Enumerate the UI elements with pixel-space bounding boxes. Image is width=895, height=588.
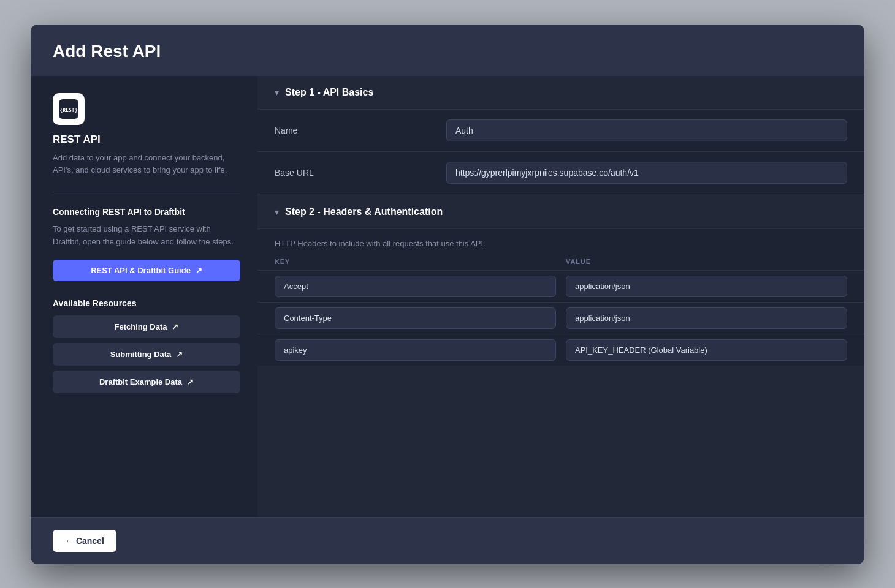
- step1-content: Name Base URL: [257, 110, 864, 194]
- left-panel: {REST} REST API Add data to your app and…: [31, 76, 257, 517]
- header-row-1: [257, 270, 864, 302]
- step1-chevron-icon: ▾: [275, 88, 279, 97]
- cancel-button[interactable]: ← Cancel: [53, 530, 116, 552]
- guide-button[interactable]: REST API & Draftbit Guide ↗: [53, 260, 240, 281]
- service-desc: Add data to your app and connect your ba…: [53, 152, 240, 178]
- guide-button-label: REST API & Draftbit Guide: [91, 266, 191, 275]
- headers-col-header: KEY VALUE: [257, 253, 864, 270]
- example-data-button[interactable]: Draftbit Example Data ↗: [53, 371, 240, 393]
- header-value-1[interactable]: [566, 276, 847, 297]
- fetching-data-button[interactable]: Fetching Data ↗: [53, 315, 240, 338]
- svg-text:{REST}: {REST}: [60, 108, 78, 113]
- example-data-label: Draftbit Example Data: [99, 377, 182, 386]
- external-link-icon-submitting: ↗: [176, 350, 183, 359]
- col-key-label: KEY: [275, 258, 556, 265]
- header-value-3[interactable]: [566, 339, 847, 361]
- fetching-data-label: Fetching Data: [115, 322, 167, 331]
- base-url-row: Base URL: [257, 152, 864, 194]
- header-row-3: [257, 334, 864, 366]
- resources-title: Available Resources: [53, 298, 240, 308]
- divider: [53, 192, 240, 192]
- cancel-label: ← Cancel: [65, 536, 104, 546]
- step2-description: HTTP Headers to include with all request…: [257, 229, 864, 253]
- step2-chevron-icon: ▾: [275, 207, 279, 217]
- external-link-icon: ↗: [196, 266, 202, 275]
- header-row-2: [257, 302, 864, 334]
- base-url-input[interactable]: [446, 162, 847, 184]
- guide-section-title: Connecting REST API to Draftbit: [53, 207, 240, 217]
- modal-body: {REST} REST API Add data to your app and…: [31, 76, 864, 517]
- header-key-3[interactable]: [275, 339, 556, 361]
- step1-header[interactable]: ▾ Step 1 - API Basics: [257, 76, 864, 110]
- external-link-icon-fetching: ↗: [172, 322, 178, 331]
- base-url-label: Base URL: [275, 168, 446, 178]
- modal: Add Rest API {REST} REST API Add data to…: [31, 24, 864, 564]
- modal-footer: ← Cancel: [31, 517, 864, 564]
- external-link-icon-example: ↗: [187, 377, 194, 386]
- header-value-2[interactable]: [566, 307, 847, 329]
- step2-header[interactable]: ▾ Step 2 - Headers & Authentication: [257, 195, 864, 229]
- header-key-2[interactable]: [275, 307, 556, 329]
- headers-table: KEY VALUE: [257, 253, 864, 366]
- name-label: Name: [275, 126, 446, 135]
- submitting-data-label: Submitting Data: [110, 350, 172, 359]
- rest-api-icon: {REST}: [53, 93, 85, 125]
- submitting-data-button[interactable]: Submitting Data ↗: [53, 343, 240, 366]
- right-panel: ▾ Step 1 - API Basics Name Base URL ▾ St…: [257, 76, 864, 517]
- name-input[interactable]: [446, 119, 847, 141]
- modal-header: Add Rest API: [31, 24, 864, 76]
- page-title: Add Rest API: [53, 42, 842, 61]
- step2-content: HTTP Headers to include with all request…: [257, 229, 864, 366]
- col-value-label: VALUE: [566, 258, 847, 265]
- step1-title: Step 1 - API Basics: [285, 87, 373, 98]
- step2-title: Step 2 - Headers & Authentication: [285, 206, 443, 217]
- service-title: REST API: [53, 134, 240, 146]
- guide-desc: To get started using a REST API service …: [53, 223, 240, 249]
- header-key-1[interactable]: [275, 276, 556, 297]
- name-row: Name: [257, 110, 864, 152]
